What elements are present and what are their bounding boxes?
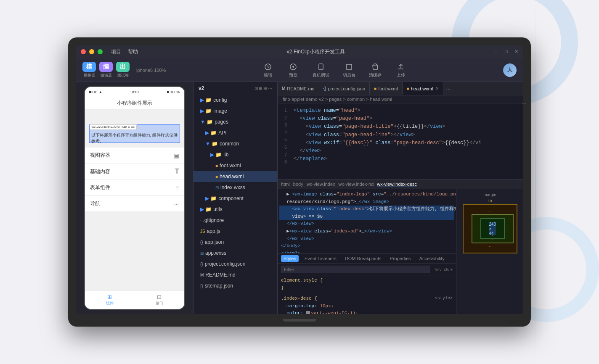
file-icon-sitemap: {} (200, 284, 203, 288)
code-line-2: <view class="page-head"> (290, 115, 523, 123)
tab-readme[interactable]: M README.md (278, 82, 319, 95)
tree-readme[interactable]: M README.md (193, 269, 277, 280)
phone-content: wx-view.index-desc 240 × 44 以下将展示小程序官方组件… (85, 110, 184, 290)
file-icon-head-wxml: ■ (215, 174, 218, 179)
menu-item-nav[interactable]: 导航 ··· (85, 196, 184, 212)
menu-bar: 项目 帮助 (111, 48, 138, 55)
menu-item-basecontent[interactable]: 基础内容 T (85, 164, 184, 180)
laptop-screen: 项目 帮助 v2-FinClip小程序开发工具 － □ ✕ 模 模拟器 编 编辑… (76, 45, 523, 314)
nav-item-component[interactable]: ⊞ 组件 (85, 294, 135, 306)
html-tag-2-selected[interactable]: <wx-view class="index-desc">以下将展示小程序官方组件… (279, 206, 454, 213)
folder-icon-pages: ▼ 📁 (200, 119, 213, 125)
editor-tabs: M README.md {} project.config.json ■ foo… (278, 82, 523, 95)
preview-label: 预览 (289, 72, 297, 78)
test-label: 测试答 (117, 73, 129, 78)
tree-app-json[interactable]: {} app.json (193, 237, 277, 248)
dom-bc-wxview-index[interactable]: wx-view.index (307, 182, 335, 187)
tab-icon-readme: M (282, 86, 285, 91)
test-btn[interactable]: 出 测试答 (116, 62, 130, 78)
box-border-inner: - - - - (472, 214, 514, 243)
border-left: - (476, 227, 480, 231)
tree-index-wxss[interactable]: ⊟ index.wxss (193, 182, 277, 193)
tree-component[interactable]: ▶ 📁 component (193, 193, 277, 204)
toolbar-right: 人 (503, 63, 517, 77)
html-tree[interactable]: ▶ <wx-image class="index-logo" src="../r… (278, 189, 456, 253)
main-content: ■IDE ▲ 10:01 ■ 100% 小程序组件展示 ··· (76, 82, 523, 314)
menu-item-icon-0: ▣ (174, 152, 179, 159)
dom-bc-wxview-hd[interactable]: wx-view.index-hd (339, 182, 374, 187)
tab-close-head-wxml[interactable]: ✕ (435, 86, 439, 91)
tree-label-config: config (213, 97, 227, 103)
phone-title-text: 小程序组件展示 (117, 100, 152, 107)
styles-tab-properties[interactable]: Properties (387, 255, 413, 262)
menu-item-viewcontainer[interactable]: 视图容器 ▣ (85, 148, 184, 164)
clear-cache-label: 清缓存 (369, 72, 382, 78)
tree-common[interactable]: ▼ 📁 common (193, 138, 277, 149)
user-avatar[interactable]: 人 (503, 63, 517, 77)
nav-item-api[interactable]: ⊡ 接口 (135, 294, 184, 306)
dom-bc-wxview-desc[interactable]: wx-view.index-desc (377, 182, 417, 187)
tree-app-js[interactable]: JS app.js (193, 226, 277, 237)
styles-tab-events[interactable]: Event Listeners (302, 255, 339, 262)
real-device-action[interactable]: 真机调试 (313, 62, 329, 78)
tree-label-sitemap: sitemap.json (205, 283, 233, 289)
file-icon-readme: M (200, 273, 204, 277)
tree-image[interactable]: ▶ 📁 image (193, 106, 277, 116)
tree-pages[interactable]: ▼ 📁 pages (193, 116, 277, 127)
tab-label-project-config: project.config.json (328, 86, 365, 91)
menu-item-label-1: 基础内容 (90, 168, 110, 175)
devtools-left: ▶ <wx-image class="index-logo" src="../r… (278, 189, 456, 314)
simulator-btn[interactable]: 模 模拟器 (82, 62, 96, 78)
upload-action[interactable]: 上传 (395, 62, 407, 78)
tree-sitemap[interactable]: {} sitemap.json (193, 280, 277, 291)
dom-bc-html[interactable]: html (281, 182, 290, 187)
html-tag-0: ▶ <wx-image class="index-logo" src="../r… (279, 191, 454, 198)
folder-icon-common: ▼ 📁 (205, 141, 218, 147)
clear-cache-action[interactable]: 清缓存 (369, 62, 382, 78)
tab-icon-head-wxml: ■ (407, 86, 409, 91)
tree-config[interactable]: ▶ 📁 config (193, 95, 277, 106)
tree-gitignore[interactable]: · .gitignore (193, 215, 277, 226)
styles-tab-styles[interactable]: Styles (281, 255, 299, 262)
styles-tab-dom-breakpoints[interactable]: DOM Breakpoints (342, 255, 384, 262)
tree-app-wxss[interactable]: ⊟ app.wxss (193, 248, 277, 258)
edit-action[interactable]: 编辑 (262, 62, 274, 78)
styles-panel: Styles Event Listeners DOM Breakpoints P… (278, 253, 456, 314)
tree-project-config[interactable]: {} project.config.json (193, 258, 277, 269)
preview-action[interactable]: 预览 (287, 62, 299, 78)
style-rule-index-desc: .index-desc { <style> margin-top: 10px; … (281, 295, 453, 314)
window-close-dot (81, 49, 86, 54)
menu-item-help[interactable]: 帮助 (128, 48, 138, 55)
html-tag-8: </html> (279, 250, 454, 253)
toolbar-left: 模 模拟器 编 编辑器 出 测试答 iphone6 100% (82, 62, 166, 78)
tabs-more-btn[interactable]: ··· (443, 82, 453, 95)
tree-head-wxml[interactable]: ■ head.wxml (193, 171, 277, 182)
tab-foot-wxml[interactable]: ■ foot.wxml (370, 82, 403, 95)
tree-utils[interactable]: ▶ 📁 utils (193, 204, 277, 215)
phone-time: 10:01 (130, 90, 140, 94)
folder-icon-image: ▶ 📁 (200, 108, 212, 114)
tab-project-config[interactable]: {} project.config.json (319, 82, 370, 95)
filter-input[interactable] (281, 266, 430, 273)
tree-api[interactable]: ▶ 📁 API (193, 127, 277, 138)
device-info: iphone6 100% (136, 62, 166, 78)
margin-row: - - - - (467, 214, 513, 243)
dom-bc-body[interactable]: body (293, 182, 303, 187)
styles-tab-accessibility[interactable]: Accessibility (417, 255, 447, 262)
menu-item-project[interactable]: 项目 (111, 48, 121, 55)
menu-item-form[interactable]: 表单组件 ≡ (85, 180, 184, 196)
code-content[interactable]: <template name="head"> <view class="page… (290, 103, 523, 179)
editor-btn[interactable]: 编 编辑器 (99, 62, 113, 78)
phone-frame: ■IDE ▲ 10:01 ■ 100% 小程序组件展示 ··· (76, 82, 193, 314)
tab-head-wxml[interactable]: ■ head.wxml ✕ (403, 82, 444, 95)
style-rule-element: element.style { } (281, 277, 453, 292)
app-title: v2-FinClip小程序开发工具 (141, 48, 490, 55)
tree-lib[interactable]: ▶ 📁 lib (193, 149, 277, 160)
api-nav-icon: ⊡ (156, 294, 163, 300)
tree-label-head-wxml: head.wxml (220, 174, 244, 179)
phone-carrier: ■IDE ▲ (89, 90, 103, 94)
padding-bottom-label: - (481, 233, 504, 237)
background-action[interactable]: 切后台 (343, 62, 355, 78)
tree-foot-wxml[interactable]: ■ foot.wxml (193, 160, 277, 171)
border-right: - (505, 227, 509, 231)
